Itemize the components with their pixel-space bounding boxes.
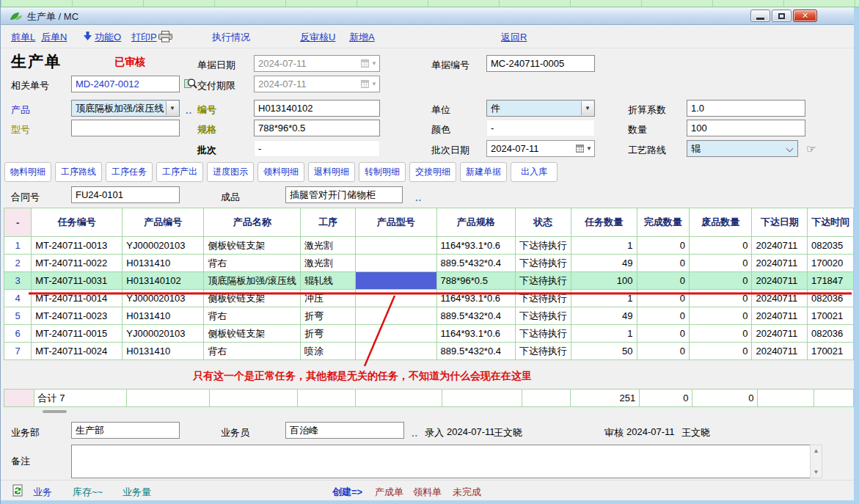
- table-cell[interactable]: [356, 343, 437, 360]
- table-cell[interactable]: MT-240711-0022: [32, 255, 123, 272]
- table-cell[interactable]: 1: [571, 325, 637, 343]
- table-cell[interactable]: 侧板铰链支架: [204, 237, 301, 255]
- unit-select[interactable]: 件 ▼: [486, 100, 595, 117]
- table-cell[interactable]: 激光割: [300, 255, 355, 272]
- spec-input[interactable]: [254, 120, 380, 136]
- table-cell[interactable]: 折弯: [300, 307, 355, 325]
- tab-button[interactable]: 工序产出: [156, 162, 203, 182]
- back-link[interactable]: 返回R: [501, 31, 527, 44]
- tab-button[interactable]: 物料明细: [4, 162, 51, 182]
- route-select[interactable]: 辊: [687, 140, 798, 157]
- table-cell[interactable]: 辊轧线: [300, 272, 355, 290]
- column-header[interactable]: 下达日期: [752, 208, 807, 237]
- contract-no-input[interactable]: [71, 186, 180, 203]
- table-cell[interactable]: 0: [689, 290, 752, 307]
- table-cell[interactable]: 0: [689, 325, 752, 343]
- table-cell[interactable]: H013140102: [123, 272, 204, 290]
- table-cell[interactable]: 170020: [807, 255, 853, 272]
- column-header[interactable]: 产品编号: [123, 208, 204, 237]
- table-cell[interactable]: 20240711: [752, 325, 807, 343]
- table-cell[interactable]: 激光割: [300, 237, 355, 255]
- finished-more-link[interactable]: ..: [415, 192, 422, 203]
- table-cell[interactable]: [356, 272, 437, 290]
- table-cell[interactable]: 0: [689, 272, 752, 290]
- tab-button[interactable]: 出入库: [511, 162, 558, 182]
- tab-button[interactable]: 进度图示: [207, 162, 254, 182]
- table-cell[interactable]: 1: [571, 290, 637, 307]
- doc-no-input[interactable]: [486, 55, 595, 72]
- table-cell[interactable]: 5: [4, 307, 32, 325]
- table-cell[interactable]: 顶底隔板加强/滚压线: [204, 272, 301, 290]
- table-cell[interactable]: 0: [637, 272, 689, 290]
- remark-scrollbar[interactable]: ▲ ▼: [810, 445, 822, 478]
- pointing-hand-icon[interactable]: ☞: [806, 142, 816, 156]
- tab-button[interactable]: 工序任务: [106, 162, 153, 182]
- column-header[interactable]: 产品规格: [436, 208, 515, 237]
- column-header[interactable]: -: [4, 208, 32, 237]
- table-cell[interactable]: 0: [637, 343, 689, 360]
- business-link[interactable]: 业务: [33, 486, 52, 499]
- reverse-audit-link[interactable]: 反审核U: [300, 31, 335, 44]
- table-cell[interactable]: 20240711: [752, 307, 807, 325]
- table-row[interactable]: 5MT-240711-0023H0131410背右折弯889.5*432*0.4…: [4, 307, 854, 325]
- table-cell[interactable]: 100: [571, 272, 637, 290]
- table-cell[interactable]: 20240711: [752, 343, 807, 360]
- table-cell[interactable]: 折弯: [300, 325, 355, 343]
- column-header[interactable]: 任务编号: [32, 208, 123, 237]
- table-cell[interactable]: H0131410: [123, 255, 204, 272]
- table-cell[interactable]: MT-240711-0031: [32, 272, 123, 290]
- column-header[interactable]: 废品数量: [689, 208, 752, 237]
- table-cell[interactable]: 下达待执行: [515, 237, 571, 255]
- maximize-button[interactable]: [772, 10, 792, 22]
- table-cell[interactable]: 50: [571, 343, 637, 360]
- table-row[interactable]: 3MT-240711-0031H013140102顶底隔板加强/滚压线辊轧线78…: [4, 272, 854, 290]
- table-cell[interactable]: 下达待执行: [515, 307, 571, 325]
- table-cell[interactable]: 2: [4, 255, 32, 272]
- finished-product-input[interactable]: [285, 186, 403, 203]
- table-cell[interactable]: 082036: [807, 325, 853, 343]
- table-cell[interactable]: 0: [689, 255, 752, 272]
- table-cell[interactable]: 7: [4, 343, 32, 360]
- next-doc-link[interactable]: 后单N: [41, 31, 67, 44]
- table-cell[interactable]: 1164*93.1*0.6: [436, 237, 515, 255]
- table-row[interactable]: 1MT-240711-0013YJ000020103侧板铰链支架激光割1164*…: [4, 237, 854, 255]
- tab-button[interactable]: 转制明细: [359, 162, 406, 182]
- table-cell[interactable]: YJ000020103: [123, 325, 204, 343]
- printer-icon[interactable]: [158, 31, 172, 45]
- table-cell[interactable]: 0: [689, 343, 752, 360]
- table-cell[interactable]: 下达待执行: [515, 255, 571, 272]
- color-input[interactable]: [486, 120, 595, 136]
- table-cell[interactable]: 20240711: [752, 255, 807, 272]
- doc-refresh-icon[interactable]: [12, 484, 23, 499]
- tab-button[interactable]: 领料明细: [257, 162, 304, 182]
- table-cell[interactable]: 背右: [204, 255, 301, 272]
- minimize-button[interactable]: [750, 10, 770, 22]
- table-cell[interactable]: 889.5*432*0.4: [436, 343, 515, 360]
- product-more-link[interactable]: ..: [186, 105, 192, 116]
- table-cell[interactable]: 下达待执行: [515, 343, 571, 360]
- print-link[interactable]: 打印P: [131, 31, 157, 44]
- clerk-more-link[interactable]: ..: [412, 428, 418, 439]
- table-cell[interactable]: 侧板铰链支架: [204, 325, 301, 343]
- product-doc-link[interactable]: 产成单: [375, 486, 403, 499]
- table-cell[interactable]: MT-240711-0023: [32, 307, 123, 325]
- splitter-handle[interactable]: [43, 410, 67, 413]
- table-cell[interactable]: 3: [4, 272, 32, 290]
- table-cell[interactable]: 20240711: [752, 237, 807, 255]
- remark-textarea[interactable]: [71, 445, 810, 478]
- table-cell[interactable]: 冲压: [300, 290, 355, 307]
- table-cell[interactable]: 0: [637, 237, 689, 255]
- stock-link[interactable]: 库存~~: [73, 486, 103, 499]
- volume-link[interactable]: 业务量: [123, 486, 151, 499]
- delivery-date-picker[interactable]: 2024-07-11 ▼: [254, 76, 380, 92]
- table-cell[interactable]: MT-240711-0014: [32, 290, 123, 307]
- functions-link[interactable]: 功能O: [95, 31, 121, 44]
- column-header[interactable]: 任务数量: [571, 208, 637, 237]
- column-header[interactable]: 完成数量: [637, 208, 689, 237]
- table-cell[interactable]: 0: [637, 325, 689, 343]
- table-cell[interactable]: 082036: [807, 290, 853, 307]
- table-cell[interactable]: 0: [637, 307, 689, 325]
- table-cell[interactable]: 下达待执行: [515, 325, 571, 343]
- table-cell[interactable]: MT-240711-0024: [32, 343, 123, 360]
- table-cell[interactable]: YJ000020103: [123, 237, 204, 255]
